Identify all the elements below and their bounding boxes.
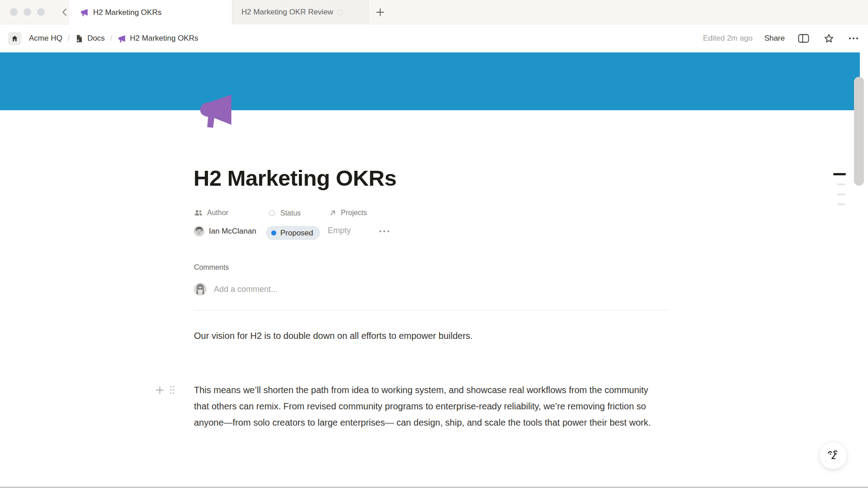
status-spinner-icon <box>268 209 276 217</box>
more-options-button[interactable] <box>847 36 860 41</box>
tab-label: H2 Marketing OKRs <box>93 8 161 17</box>
page-title[interactable]: H2 Marketing OKRs <box>193 165 396 191</box>
megaphone-icon <box>118 34 126 43</box>
ellipsis-icon <box>378 228 390 235</box>
drag-handle-icon <box>170 385 175 394</box>
window-zoom-button[interactable] <box>37 8 45 16</box>
ai-face-icon <box>826 448 841 463</box>
property-label: Author <box>207 209 228 217</box>
plus-icon <box>376 8 385 17</box>
favorite-button[interactable] <box>822 32 835 45</box>
body-paragraph[interactable]: Our vision for H2 is to double down on a… <box>194 328 655 344</box>
megaphone-icon <box>196 90 236 130</box>
page-icon-megaphone[interactable] <box>196 90 236 130</box>
property-label: Projects <box>341 209 367 217</box>
breadcrumb-separator: / <box>110 34 112 42</box>
breadcrumb-label: Docs <box>87 34 105 43</box>
add-comment-placeholder: Add a comment... <box>214 285 278 294</box>
property-author[interactable]: Author <box>194 209 228 217</box>
status-text: Proposed <box>280 229 313 238</box>
author-avatar <box>194 226 204 236</box>
drag-handle[interactable] <box>168 384 177 396</box>
toc-item[interactable] <box>837 183 845 185</box>
toc-item[interactable] <box>837 193 845 195</box>
megaphone-icon <box>80 8 89 17</box>
ai-assistant-button[interactable] <box>819 441 847 469</box>
property-status[interactable]: Status <box>268 209 301 217</box>
home-icon <box>8 32 21 45</box>
header-actions: Edited 2m ago Share <box>703 24 860 52</box>
status-value: Proposed <box>266 226 320 240</box>
status-dot-icon <box>271 230 276 235</box>
property-projects[interactable]: Projects <box>329 209 367 217</box>
new-tab-button[interactable] <box>374 6 386 18</box>
section-divider <box>194 310 669 310</box>
breadcrumb-label: Acme HQ <box>29 34 62 43</box>
projects-value: Empty <box>328 226 351 235</box>
breadcrumb-label: H2 Marketing OKRs <box>130 34 198 43</box>
scrollbar-thumb[interactable] <box>854 77 864 186</box>
edited-timestamp: Edited 2m ago <box>703 34 753 43</box>
plus-icon <box>155 385 165 395</box>
star-icon <box>823 33 835 44</box>
ellipsis-icon <box>848 37 859 40</box>
page-cover[interactable] <box>0 52 860 110</box>
tab-favicon-icon <box>337 9 343 15</box>
status-badge[interactable]: Proposed <box>266 226 320 240</box>
breadcrumb-item-docs[interactable]: Docs <box>75 34 105 43</box>
window-minimize-button[interactable] <box>24 8 31 16</box>
toc-item[interactable] <box>837 203 845 205</box>
people-icon <box>194 209 203 217</box>
more-properties-button[interactable] <box>378 228 390 235</box>
tab-h2-marketing-okr-review[interactable]: H2 Marketing OKR Review <box>232 0 368 24</box>
document-icon <box>75 34 84 43</box>
property-label: Status <box>280 209 301 217</box>
toggle-side-panel-button[interactable] <box>797 32 811 45</box>
breadcrumb-item-current-page[interactable]: H2 Marketing OKRs <box>118 34 198 43</box>
tab-label: H2 Marketing OKR Review <box>241 8 333 17</box>
tab-h2-marketing-okrs[interactable]: H2 Marketing OKRs <box>69 0 232 25</box>
page-header: Acme HQ / Docs / H2 Marketing OKRs Edite… <box>0 24 868 52</box>
author-name: Ian McClanan <box>209 227 256 236</box>
breadcrumb-separator: / <box>68 34 70 42</box>
side-panel-icon <box>797 33 810 44</box>
projects-empty[interactable]: Empty <box>328 226 351 235</box>
breadcrumb: Acme HQ / Docs / H2 Marketing OKRs <box>8 24 198 52</box>
author-value[interactable]: Ian McClanan <box>194 226 256 236</box>
toc-item-current[interactable] <box>833 173 846 175</box>
breadcrumb-item-acme-hq[interactable]: Acme HQ <box>8 32 62 45</box>
comments-section-label: Comments <box>194 263 229 272</box>
share-button[interactable]: Share <box>764 34 785 43</box>
window-close-button[interactable] <box>10 8 18 16</box>
chevron-left-icon <box>61 8 68 17</box>
add-comment-row[interactable]: Add a comment... <box>194 283 278 296</box>
app-window: H2 Marketing OKRs H2 Marketing OKR Revie… <box>0 0 868 488</box>
body-paragraph[interactable]: This means we’ll shorten the path from i… <box>194 382 655 431</box>
current-user-avatar <box>194 283 207 296</box>
tab-bar: H2 Marketing OKRs H2 Marketing OKR Revie… <box>0 0 868 24</box>
arrow-up-right-icon <box>329 209 337 217</box>
add-block-button[interactable] <box>154 384 165 396</box>
table-of-contents <box>833 173 846 205</box>
